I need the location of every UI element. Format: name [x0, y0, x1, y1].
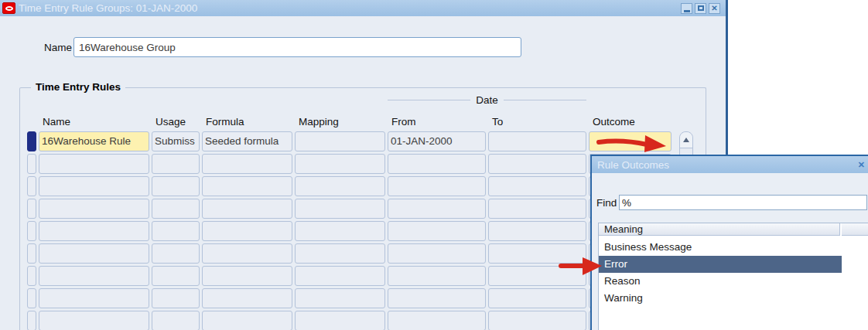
- table-row: 16Warehouse RuleSubmissSeeded formula01-…: [27, 131, 672, 151]
- cell-name[interactable]: [39, 221, 149, 241]
- time-entry-rules-section-title: Time Entry Rules: [31, 81, 125, 93]
- cell-mapping[interactable]: [295, 221, 385, 241]
- cell-formula[interactable]: [202, 199, 292, 219]
- main-window-title: Time Entry Rule Groups: 01-JAN-2000: [19, 2, 678, 14]
- cell-mapping[interactable]: [295, 311, 385, 330]
- cell-from[interactable]: [388, 199, 486, 219]
- scrollbar-up-icon[interactable]: [680, 132, 692, 148]
- cell-usage[interactable]: [152, 243, 200, 264]
- cell-name[interactable]: [39, 266, 149, 286]
- cell-name[interactable]: [39, 288, 149, 308]
- record-selector[interactable]: [27, 176, 36, 196]
- popup-close-icon[interactable]: ✕: [858, 160, 865, 170]
- find-input[interactable]: [619, 195, 867, 210]
- record-selector[interactable]: [27, 154, 36, 174]
- cell-to[interactable]: [488, 199, 586, 219]
- cell-usage[interactable]: [152, 266, 200, 286]
- outcomes-listbox: Meaning Business MessageErrorReasonWarni…: [598, 223, 868, 330]
- oracle-logo-icon: [2, 2, 15, 14]
- cell-to[interactable]: [488, 288, 586, 308]
- record-selector[interactable]: [27, 243, 36, 264]
- cell-formula[interactable]: Seeded formula: [202, 131, 292, 151]
- cell-formula[interactable]: [202, 176, 292, 196]
- column-header-to: To: [492, 116, 503, 128]
- cell-from[interactable]: [388, 176, 486, 196]
- cell-to[interactable]: [488, 131, 586, 151]
- cell-from[interactable]: [388, 221, 486, 241]
- cell-mapping[interactable]: [295, 176, 385, 196]
- main-window-titlebar[interactable]: Time Entry Rule Groups: 01-JAN-2000 ✕: [0, 0, 726, 16]
- cell-formula[interactable]: [202, 288, 292, 308]
- cell-formula[interactable]: [202, 221, 292, 241]
- column-header-usage: Usage: [155, 116, 186, 128]
- meaning-column-header[interactable]: Meaning: [599, 223, 840, 236]
- list-item-business-message[interactable]: Business Message: [599, 239, 842, 256]
- column-header-from: From: [391, 116, 416, 128]
- window-controls: ✕: [681, 3, 720, 14]
- cell-name[interactable]: [39, 199, 149, 219]
- find-label: Find: [596, 197, 617, 209]
- cell-usage[interactable]: [152, 154, 200, 174]
- name-field-input[interactable]: [73, 37, 521, 57]
- cell-name[interactable]: [39, 243, 149, 264]
- cell-usage[interactable]: [152, 199, 200, 219]
- minimize-icon[interactable]: [681, 3, 692, 14]
- cell-formula[interactable]: [202, 311, 292, 330]
- cell-mapping[interactable]: [295, 288, 385, 308]
- date-group-label: Date: [476, 94, 498, 106]
- record-selector[interactable]: [27, 266, 36, 286]
- cell-mapping[interactable]: [295, 154, 385, 174]
- cell-usage[interactable]: [152, 221, 200, 241]
- record-selector[interactable]: [27, 131, 36, 151]
- cell-name[interactable]: [39, 311, 149, 330]
- cell-to[interactable]: [488, 266, 586, 286]
- record-selector[interactable]: [27, 311, 36, 330]
- cell-name[interactable]: 16Warehouse Rule: [39, 131, 149, 151]
- cell-name[interactable]: [39, 176, 149, 196]
- table-row: [27, 266, 672, 286]
- cell-mapping[interactable]: [295, 266, 385, 286]
- cell-from[interactable]: [388, 154, 486, 174]
- list-item-error[interactable]: Error: [599, 256, 842, 273]
- table-row: [27, 221, 672, 241]
- cell-formula[interactable]: [202, 154, 292, 174]
- date-group-line-right: [504, 100, 586, 100]
- cell-to[interactable]: [488, 311, 586, 330]
- column-header-formula: Formula: [206, 116, 244, 128]
- list-item-reason[interactable]: Reason: [599, 273, 842, 290]
- table-row: [27, 199, 672, 219]
- cell-outcome[interactable]: [589, 131, 672, 151]
- record-selector[interactable]: [27, 288, 36, 308]
- cell-mapping[interactable]: [295, 199, 385, 219]
- cell-usage[interactable]: [152, 288, 200, 308]
- cell-from[interactable]: [388, 266, 486, 286]
- cell-from[interactable]: [388, 243, 486, 264]
- list-item-warning[interactable]: Warning: [599, 290, 842, 307]
- popup-title: Rule Outcomes: [597, 159, 669, 171]
- list-header-stub: [842, 223, 868, 236]
- close-icon[interactable]: ✕: [709, 3, 720, 14]
- rule-outcomes-popup: Rule Outcomes ✕ Find Meaning Business Me…: [590, 155, 868, 330]
- cell-to[interactable]: [488, 154, 586, 174]
- cell-to[interactable]: [488, 176, 586, 196]
- name-field-label: Name: [44, 42, 72, 53]
- cell-to[interactable]: [488, 243, 586, 264]
- column-header-name: Name: [43, 116, 70, 128]
- cell-from[interactable]: 01-JAN-2000: [388, 131, 486, 151]
- cell-formula[interactable]: [202, 243, 292, 264]
- cell-formula[interactable]: [202, 266, 292, 286]
- cell-from[interactable]: [388, 288, 486, 308]
- record-selector[interactable]: [27, 221, 36, 241]
- outcomes-list: Business MessageErrorReasonWarning: [599, 239, 842, 307]
- maximize-icon[interactable]: [695, 3, 706, 14]
- cell-mapping[interactable]: [295, 131, 385, 151]
- cell-name[interactable]: [39, 154, 149, 174]
- cell-usage[interactable]: Submiss: [152, 131, 200, 151]
- record-selector[interactable]: [27, 199, 36, 219]
- cell-to[interactable]: [488, 221, 586, 241]
- cell-usage[interactable]: [152, 176, 200, 196]
- cell-mapping[interactable]: [295, 243, 385, 264]
- popup-titlebar[interactable]: Rule Outcomes ✕: [592, 156, 868, 173]
- cell-usage[interactable]: [152, 311, 200, 330]
- cell-from[interactable]: [388, 311, 486, 330]
